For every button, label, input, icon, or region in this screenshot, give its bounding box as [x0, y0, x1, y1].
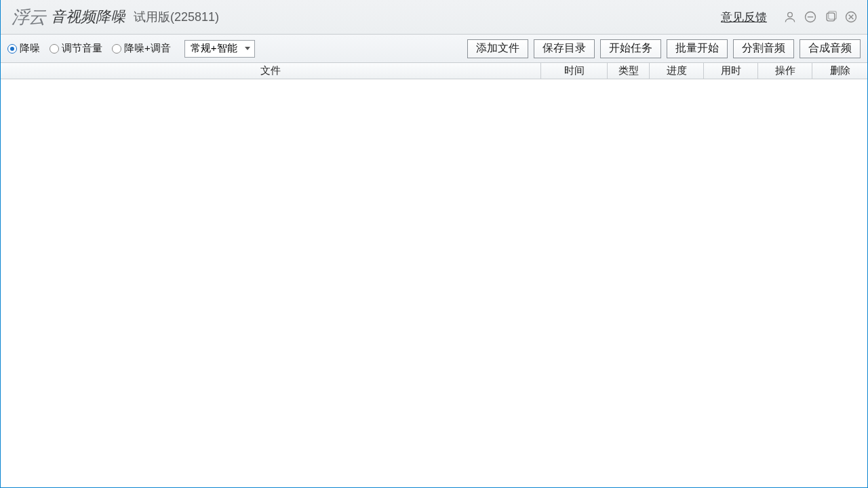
- col-file[interactable]: 文件: [1, 63, 541, 79]
- chevron-down-icon: [245, 47, 250, 50]
- app-logo: 浮云: [12, 5, 45, 29]
- radio-label: 降噪+调音: [124, 42, 171, 55]
- preset-select-value: 常规+智能: [191, 42, 237, 55]
- button-label: 保存目录: [542, 41, 586, 56]
- app-version: 试用版(225811): [134, 9, 219, 25]
- user-icon[interactable]: [782, 9, 798, 25]
- button-label: 分割音频: [742, 41, 785, 56]
- maximize-icon[interactable]: [823, 9, 839, 25]
- col-operate[interactable]: 操作: [758, 63, 812, 79]
- start-task-button[interactable]: 开始任务: [600, 39, 661, 58]
- col-label: 类型: [618, 64, 639, 77]
- col-label: 用时: [721, 64, 741, 77]
- radio-label: 调节音量: [62, 42, 102, 55]
- radio-dot-icon: [7, 44, 17, 54]
- radio-both[interactable]: 降噪+调音: [112, 42, 171, 55]
- col-type[interactable]: 类型: [608, 63, 650, 79]
- app-title: 音视频降噪: [51, 7, 125, 27]
- button-label: 添加文件: [476, 41, 519, 56]
- preset-select[interactable]: 常规+智能: [184, 40, 255, 58]
- toolbar: 降噪 调节音量 降噪+调音 常规+智能 添加文件 保存目录 开始任务 批量开始 …: [1, 35, 867, 63]
- radio-volume[interactable]: 调节音量: [50, 42, 102, 55]
- svg-point-0: [788, 12, 793, 17]
- toolbar-buttons: 添加文件 保存目录 开始任务 批量开始 分割音频 合成音频: [467, 39, 861, 58]
- batch-start-button[interactable]: 批量开始: [667, 39, 728, 58]
- title-bar: 浮云 音视频降噪 试用版(225811) 意见反馈: [1, 0, 867, 35]
- mode-radio-group: 降噪 调节音量 降噪+调音: [7, 42, 171, 55]
- button-label: 批量开始: [675, 41, 719, 56]
- col-label: 进度: [667, 64, 687, 77]
- col-label: 时间: [564, 64, 585, 77]
- button-label: 开始任务: [609, 41, 652, 56]
- svg-rect-3: [827, 13, 835, 21]
- col-progress[interactable]: 进度: [650, 63, 704, 79]
- feedback-link[interactable]: 意见反馈: [721, 9, 767, 25]
- close-icon[interactable]: [843, 9, 859, 25]
- col-label: 文件: [260, 64, 281, 77]
- radio-dot-icon: [50, 44, 59, 54]
- add-file-button[interactable]: 添加文件: [467, 39, 528, 58]
- minimize-icon[interactable]: [802, 9, 818, 25]
- col-duration[interactable]: 用时: [704, 63, 758, 79]
- svg-rect-4: [829, 12, 837, 20]
- radio-denoise[interactable]: 降噪: [7, 42, 40, 55]
- table-header: 文件 时间 类型 进度 用时 操作 删除: [1, 63, 867, 79]
- merge-audio-button[interactable]: 合成音频: [800, 39, 861, 58]
- save-dir-button[interactable]: 保存目录: [534, 39, 595, 58]
- col-label: 删除: [830, 64, 850, 77]
- table-body: [1, 79, 867, 488]
- radio-label: 降噪: [20, 42, 40, 55]
- split-audio-button[interactable]: 分割音频: [733, 39, 794, 58]
- radio-dot-icon: [112, 44, 121, 54]
- col-time[interactable]: 时间: [541, 63, 608, 79]
- button-label: 合成音频: [808, 41, 852, 56]
- col-label: 操作: [775, 64, 795, 77]
- col-delete[interactable]: 删除: [812, 63, 867, 79]
